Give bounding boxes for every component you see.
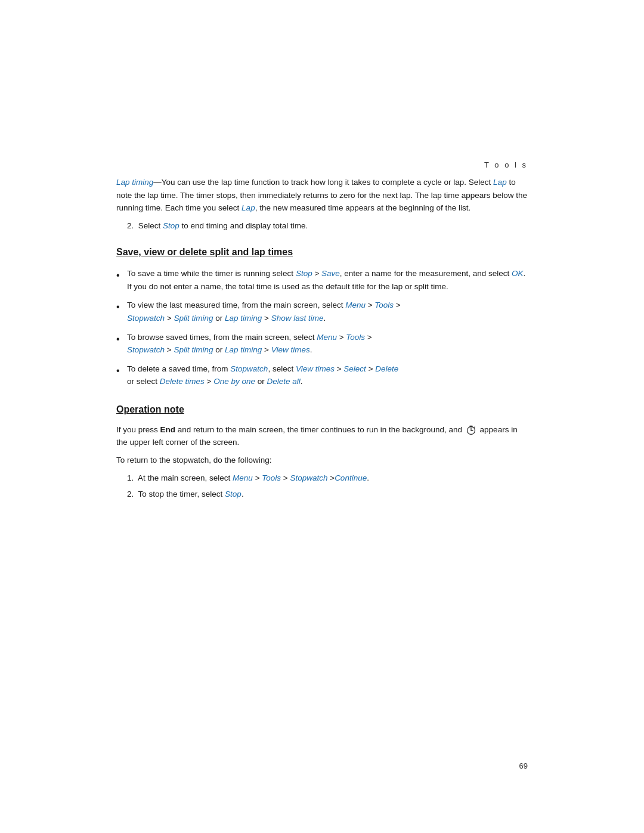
bullet-dot-4: • (116, 363, 127, 379)
split-timing-link-1[interactable]: Split timing (174, 314, 213, 323)
numbered-item-2-prefix: 2. Select (127, 221, 163, 230)
lap-timing-link-3[interactable]: Lap timing (225, 345, 262, 354)
tools-link-2[interactable]: Tools (346, 333, 365, 342)
bullet-dot-2: • (116, 299, 127, 315)
step-item-2: 2. To stop the timer, select Stop. (127, 488, 528, 501)
page-header: T o o l s (484, 160, 528, 169)
intro-paragraph: Lap timing—You can use the lap time func… (116, 176, 528, 215)
operation-para-1: If you press End and return to the main … (116, 423, 528, 449)
save-link[interactable]: Save (321, 269, 340, 278)
menu-link-2[interactable]: Menu (317, 333, 337, 342)
tools-link-3[interactable]: Tools (262, 473, 281, 482)
stop-link-1[interactable]: Stop (163, 221, 179, 230)
stopwatch-link-3[interactable]: Stopwatch (230, 364, 268, 373)
numbered-item-2-suffix: to end timing and display total time. (179, 221, 308, 230)
operation-note-section: Operation note If you press End and retu… (116, 402, 528, 501)
bullet-dot-3: • (116, 332, 127, 347)
show-last-link[interactable]: Show last time (271, 314, 324, 323)
bullet-item-3: • To browse saved times, from the main s… (116, 331, 528, 357)
bullet-item-4: • To delete a saved time, from Stopwatch… (116, 363, 528, 388)
section1-heading: Save, view or delete split and lap times (116, 245, 528, 260)
bullet-section-1: • To save a time while the timer is runn… (116, 267, 528, 388)
intro-text-3: , the new measured time appears at the b… (255, 203, 471, 212)
bullet-item-1: • To save a time while the timer is runn… (116, 267, 528, 293)
bullet-item-2: • To view the last measured time, from t… (116, 299, 528, 324)
numbered-item-2: 2. Select Stop to end timing and display… (127, 219, 528, 233)
lap-link-2[interactable]: Lap (242, 203, 255, 212)
delete-link[interactable]: Delete (375, 364, 398, 373)
stopwatch-link-4[interactable]: Stopwatch (290, 473, 327, 482)
content-area: Lap timing—You can use the lap time func… (116, 176, 528, 504)
split-timing-link-2[interactable]: Split timing (174, 345, 213, 354)
tools-link-1[interactable]: Tools (374, 301, 394, 309)
operation-note-heading: Operation note (116, 402, 528, 417)
intro-text-1: —You can use the lap time function to tr… (153, 178, 493, 187)
continue-link[interactable]: Continue (335, 473, 367, 482)
lap-timing-link[interactable]: Lap timing (116, 178, 153, 187)
bullet-dot-1: • (116, 268, 127, 283)
bullet-text-3: To browse saved times, from the main scr… (127, 331, 528, 357)
page-number: 69 (519, 761, 528, 770)
view-times-link-1[interactable]: View times (271, 345, 310, 354)
return-intro: To return to the stopwatch, do the follo… (116, 454, 528, 467)
lap-timing-link-2[interactable]: Lap timing (225, 314, 262, 323)
bullet-text-4: To delete a saved time, from Stopwatch, … (127, 363, 528, 388)
delete-times-link[interactable]: Delete times (160, 377, 205, 386)
bullet-text-2: To view the last measured time, from the… (127, 299, 528, 324)
page-container: T o o l s Lap timing—You can use the lap… (0, 0, 644, 833)
svg-line-5 (474, 427, 475, 428)
menu-link-3[interactable]: Menu (233, 473, 253, 482)
menu-link-1[interactable]: Menu (345, 301, 366, 309)
stopwatch-link-2[interactable]: Stopwatch (127, 345, 165, 354)
stopwatch-link-1[interactable]: Stopwatch (127, 314, 165, 323)
select-link[interactable]: Select (343, 364, 366, 373)
stop-link-2[interactable]: Stop (225, 490, 242, 498)
one-by-one-link[interactable]: One by one (213, 377, 255, 386)
lap-link-1[interactable]: Lap (493, 178, 507, 187)
delete-all-link[interactable]: Delete all (267, 377, 301, 386)
header-title: T o o l s (484, 160, 528, 169)
bullet-text-1: To save a time while the timer is runnin… (127, 267, 528, 293)
view-times-link-2[interactable]: View times (296, 364, 335, 373)
stop-save-link[interactable]: Stop (296, 269, 312, 278)
ok-link[interactable]: OK (512, 269, 524, 278)
return-steps: 1. At the main screen, select Menu > Too… (116, 472, 528, 501)
step-item-1: 1. At the main screen, select Menu > Too… (127, 472, 528, 485)
stopwatch-icon (466, 425, 476, 435)
